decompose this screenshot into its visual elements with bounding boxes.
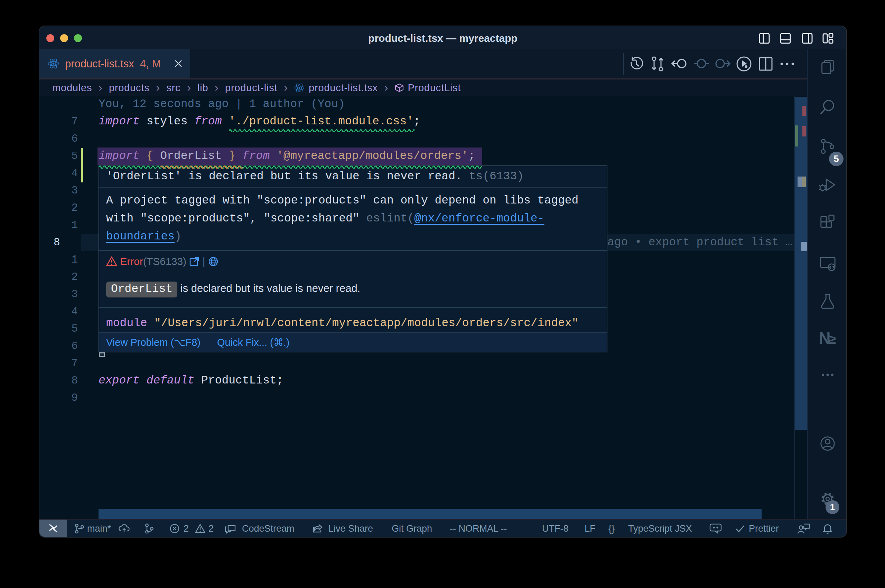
svg-text:≥: ≥ <box>829 332 836 346</box>
